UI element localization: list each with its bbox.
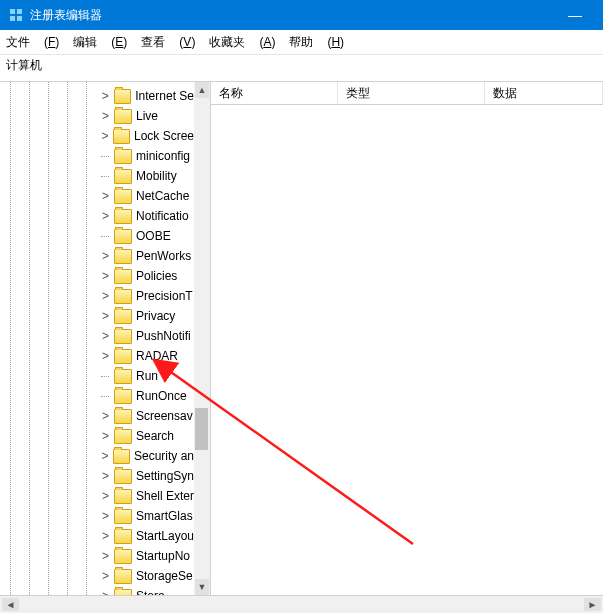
tree-node[interactable]: >SmartGlas bbox=[100, 506, 194, 526]
tree-node-label: PenWorks bbox=[136, 249, 191, 263]
tree-node[interactable]: >PenWorks bbox=[100, 246, 194, 266]
col-type[interactable]: 类型 bbox=[338, 82, 485, 104]
tree-node[interactable]: >Shell Exter bbox=[100, 486, 194, 506]
folder-icon bbox=[113, 449, 130, 464]
folder-icon bbox=[114, 469, 132, 484]
tree-node-label: Screensav bbox=[136, 409, 193, 423]
chevron-right-icon[interactable]: > bbox=[100, 291, 111, 302]
tree-node-label: Run bbox=[136, 369, 158, 383]
folder-icon bbox=[114, 489, 132, 504]
folder-icon bbox=[113, 129, 130, 144]
chevron-right-icon[interactable]: > bbox=[100, 351, 111, 362]
tree-node[interactable]: >SettingSyn bbox=[100, 466, 194, 486]
tree-node[interactable]: >Security an bbox=[100, 446, 194, 466]
tree-node[interactable]: >Search bbox=[100, 426, 194, 446]
folder-icon bbox=[114, 289, 132, 304]
tree-node[interactable]: RunOnce bbox=[100, 386, 194, 406]
tree-vscrollbar[interactable]: ▲ ▼ bbox=[194, 82, 210, 595]
chevron-right-icon[interactable]: > bbox=[100, 411, 111, 422]
list-body[interactable] bbox=[211, 105, 603, 595]
registry-editor-window: 注册表编辑器 — 文件(F) 编辑(E) 查看(V) 收藏夹(A) 帮助(H) … bbox=[0, 0, 603, 613]
chevron-right-icon[interactable]: > bbox=[100, 431, 111, 442]
tree-node[interactable]: Mobility bbox=[100, 166, 194, 186]
col-data[interactable]: 数据 bbox=[485, 82, 603, 104]
tree-node[interactable]: >Store bbox=[100, 586, 194, 595]
scroll-thumb[interactable] bbox=[195, 408, 208, 450]
tree-node[interactable]: >Live bbox=[100, 106, 194, 126]
tree-node[interactable]: >NetCache bbox=[100, 186, 194, 206]
list-header[interactable]: 名称 类型 数据 bbox=[211, 82, 603, 105]
tree-pane: >Internet Se>Live>Lock ScreeminiconfigMo… bbox=[0, 82, 211, 595]
tree-node-label: RunOnce bbox=[136, 389, 187, 403]
chevron-right-icon[interactable]: > bbox=[100, 331, 111, 342]
window-title: 注册表编辑器 bbox=[30, 7, 555, 24]
address-bar[interactable]: 计算机 bbox=[0, 55, 603, 82]
chevron-right-icon[interactable]: > bbox=[100, 311, 111, 322]
folder-icon bbox=[114, 329, 132, 344]
scroll-up-arrow-icon[interactable]: ▲ bbox=[195, 82, 209, 98]
tree-node[interactable]: miniconfig bbox=[100, 146, 194, 166]
scroll-left-arrow-icon[interactable]: ◄ bbox=[2, 598, 19, 611]
svg-rect-1 bbox=[17, 9, 22, 14]
svg-rect-0 bbox=[10, 9, 15, 14]
menu-view[interactable]: 查看(V) bbox=[141, 34, 195, 51]
tree-connector bbox=[100, 371, 111, 382]
folder-icon bbox=[114, 569, 132, 584]
app-icon bbox=[8, 7, 24, 23]
chevron-right-icon[interactable]: > bbox=[100, 531, 111, 542]
folder-icon bbox=[114, 209, 132, 224]
chevron-right-icon[interactable]: > bbox=[100, 191, 111, 202]
chevron-right-icon[interactable]: > bbox=[100, 131, 110, 142]
tree-node[interactable]: >PrecisionT bbox=[100, 286, 194, 306]
hscrollbar[interactable]: ◄ ► bbox=[0, 595, 603, 613]
tree-node[interactable]: >Screensav bbox=[100, 406, 194, 426]
folder-icon bbox=[114, 149, 132, 164]
chevron-right-icon[interactable]: > bbox=[100, 511, 111, 522]
folder-icon bbox=[114, 309, 132, 324]
tree-node-label: Shell Exter bbox=[136, 489, 194, 503]
tree-node[interactable]: Run bbox=[100, 366, 194, 386]
svg-rect-2 bbox=[10, 16, 15, 21]
tree-node-label: Store bbox=[136, 589, 165, 595]
menu-favorites[interactable]: 收藏夹(A) bbox=[209, 34, 275, 51]
tree-node[interactable]: >RADAR bbox=[100, 346, 194, 366]
tree-node[interactable]: >Policies bbox=[100, 266, 194, 286]
tree-node-label: Search bbox=[136, 429, 174, 443]
tree-node[interactable]: >StorageSe bbox=[100, 566, 194, 586]
chevron-right-icon[interactable]: > bbox=[100, 451, 110, 462]
col-name[interactable]: 名称 bbox=[211, 82, 338, 104]
tree-node[interactable]: OOBE bbox=[100, 226, 194, 246]
chevron-right-icon[interactable]: > bbox=[100, 271, 111, 282]
scroll-right-arrow-icon[interactable]: ► bbox=[584, 598, 601, 611]
scroll-down-arrow-icon[interactable]: ▼ bbox=[195, 579, 209, 595]
tree-node-label: StorageSe bbox=[136, 569, 193, 583]
chevron-right-icon[interactable]: > bbox=[100, 551, 111, 562]
folder-icon bbox=[114, 429, 132, 444]
menu-help[interactable]: 帮助(H) bbox=[289, 34, 344, 51]
minimize-button[interactable]: — bbox=[555, 7, 595, 23]
tree-node[interactable]: >StartLayou bbox=[100, 526, 194, 546]
tree-node[interactable]: >Notificatio bbox=[100, 206, 194, 226]
tree-node[interactable]: >Privacy bbox=[100, 306, 194, 326]
tree-connector bbox=[100, 391, 111, 402]
tree-node-label: StartupNo bbox=[136, 549, 190, 563]
menu-edit[interactable]: 编辑(E) bbox=[73, 34, 127, 51]
chevron-right-icon[interactable]: > bbox=[100, 211, 111, 222]
tree-node[interactable]: >PushNotifi bbox=[100, 326, 194, 346]
chevron-right-icon[interactable]: > bbox=[100, 571, 111, 582]
chevron-right-icon[interactable]: > bbox=[100, 111, 111, 122]
chevron-right-icon[interactable]: > bbox=[100, 91, 111, 102]
folder-icon bbox=[114, 389, 132, 404]
chevron-right-icon[interactable]: > bbox=[100, 491, 111, 502]
tree-node-label: Security an bbox=[134, 449, 194, 463]
tree-node[interactable]: >StartupNo bbox=[100, 546, 194, 566]
tree-node-label: SmartGlas bbox=[136, 509, 193, 523]
titlebar[interactable]: 注册表编辑器 — bbox=[0, 0, 603, 30]
chevron-right-icon[interactable]: > bbox=[100, 251, 111, 262]
scroll-track[interactable] bbox=[194, 98, 210, 579]
tree-node[interactable]: >Lock Scree bbox=[100, 126, 194, 146]
menu-file[interactable]: 文件(F) bbox=[6, 34, 59, 51]
chevron-right-icon[interactable]: > bbox=[100, 591, 111, 596]
tree-node[interactable]: >Internet Se bbox=[100, 86, 194, 106]
chevron-right-icon[interactable]: > bbox=[100, 471, 111, 482]
